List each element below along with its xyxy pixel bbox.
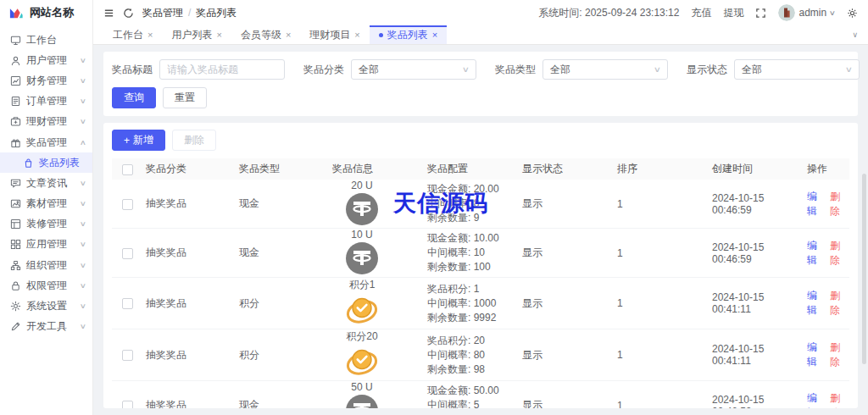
main-area: 奖品管理 / 奖品列表 系统时间: 2025-09-24 23:13:12 充值… [93,0,868,415]
table-row: 抽奖奖品 现金 50 U 现金金额: 50.00中间概率: 5剩余数量: 100… [112,381,849,408]
created-time-cell: 2024-10-15 00:46:59 [712,192,807,216]
prize-info-label: 积分1 [349,278,376,292]
edit-link[interactable]: 编辑 [807,289,821,318]
prize-category-select[interactable]: 全部 ∨ [351,59,476,80]
sidebar-item[interactable]: 组织管理 ∨ [0,255,92,275]
delete-link[interactable]: 删除 [830,190,844,219]
edit-link[interactable]: 编辑 [807,239,821,268]
breadcrumb-level1[interactable]: 奖品管理 [142,6,183,20]
sidebar-item[interactable]: 财务管理 ∨ [0,70,92,91]
sidebar-item-label: 订单管理 [26,94,67,108]
row-checkbox[interactable] [122,401,133,408]
active-dot [379,33,383,37]
breadcrumb: 奖品管理 / 奖品列表 [142,6,236,20]
prize-info-cell: 积分1 [332,278,392,329]
sidebar-item[interactable]: 奖品列表 [0,152,92,173]
brand[interactable]: 网站名称 [0,0,92,25]
sidebar-item[interactable]: 开发工具 ∨ [0,317,92,337]
status-cell: 显示 [522,246,617,260]
sidebar-item-label: 奖品列表 [39,156,80,170]
sidebar-item[interactable]: 奖品管理 ∧ [0,132,92,152]
close-icon[interactable]: × [286,30,291,40]
table-body: 抽奖奖品 现金 20 U 现金金额: 20.00中间概率: 8剩余数量: 9 显… [112,180,849,408]
sidebar-item[interactable]: 用户管理 ∨ [0,50,92,70]
recharge-link[interactable]: 充值 [691,6,711,20]
row-checkbox[interactable] [122,199,133,210]
sidebar-item[interactable]: 工作台 [0,30,92,50]
search-button[interactable]: 查询 [112,87,156,108]
sidebar-item[interactable]: 应用管理 ∨ [0,235,92,255]
table-panel: + 新增 删除 奖品分类 奖品类型 奖品信息 奖品配置 [103,123,858,408]
prize-type-cell: 积分 [239,348,332,362]
sort-cell: 1 [617,349,712,361]
close-icon[interactable]: × [216,30,221,40]
sidebar-item-label: 系统设置 [26,299,67,313]
sidebar-item-label: 工作台 [26,33,57,47]
reset-button[interactable]: 重置 [163,87,207,108]
sidebar-item[interactable]: 装修管理 ∨ [0,214,92,235]
tab-list-chevron-icon[interactable]: ∨ [842,25,868,44]
sidebar-item[interactable]: 权限管理 ∨ [0,275,92,296]
selected-value: 全部 [550,63,570,77]
tab[interactable]: 工作台 × [103,25,162,44]
display-status-select[interactable]: 全部 ∨ [734,59,860,80]
prize-info-label: 积分20 [346,329,377,344]
chevron-down-icon: ∨ [80,200,86,208]
prize-type-cell: 积分 [239,296,332,311]
close-icon[interactable]: × [147,30,153,40]
prize-title-label: 奖品标题 [112,63,153,77]
prize-info-cell: 20 U [332,180,392,228]
row-checkbox[interactable] [122,298,133,309]
sidebar-item[interactable]: 理财管理 ∨ [0,112,92,132]
refresh-icon[interactable] [123,8,134,19]
delete-button[interactable]: 删除 [172,130,216,151]
tab[interactable]: 用户列表 × [162,25,231,44]
withdraw-link[interactable]: 提现 [723,6,743,20]
edit-link[interactable]: 编辑 [807,190,821,219]
sort-cell: 1 [617,297,712,309]
prize-info-label: 50 U [351,381,372,393]
tab[interactable]: 理财项目 × [300,25,369,44]
created-time-cell: 2024-10-15 00:41:11 [712,291,807,315]
column-header: 奖品类型 [239,162,332,176]
tab[interactable]: 会员等级 × [231,25,300,44]
collapse-menu-icon[interactable] [103,8,114,19]
content: 奖品标题 奖品分类 全部 ∨ 奖品类型 全部 ∨ [93,45,868,415]
delete-link[interactable]: 删除 [830,239,844,268]
selected-value: 全部 [742,63,762,77]
edit-link[interactable]: 编辑 [807,340,821,369]
sidebar-item[interactable]: 素材管理 ∨ [0,194,92,214]
tab[interactable]: 奖品列表 × [370,25,447,44]
row-checkbox[interactable] [122,350,133,361]
chevron-down-icon: ∨ [80,241,86,248]
delete-link[interactable]: 删除 [830,340,844,369]
table-header: 奖品分类 奖品类型 奖品信息 奖品配置 显示状态 排序 创建时间 操作 [112,158,849,180]
delete-link[interactable]: 删除 [830,391,844,409]
row-checkbox[interactable] [122,248,133,259]
tether-icon [346,242,378,277]
add-button[interactable]: + 新增 [112,130,165,151]
sidebar-item[interactable]: 订单管理 ∨ [0,91,92,112]
prize-type-select[interactable]: 全部 ∨ [542,59,668,80]
select-all-checkbox[interactable] [122,164,133,175]
sidebar-item[interactable]: 文章资讯 ∨ [0,173,92,193]
chevron-up-icon: ∧ [80,139,86,147]
edit-link[interactable]: 编辑 [807,391,821,409]
prize-title-input[interactable] [159,59,285,80]
fullscreen-icon[interactable] [755,8,766,19]
scrollbar[interactable] [862,174,866,364]
close-icon[interactable]: × [432,30,437,40]
user-menu[interactable]: admin ∨ [778,4,835,21]
prize-config-cell: 现金金额: 20.00中间概率: 8剩余数量: 9 [427,182,522,225]
sidebar-item-label: 奖品管理 [26,136,67,150]
close-icon[interactable]: × [354,30,359,40]
chevron-down-icon: ∨ [80,323,86,330]
settings-gear-icon[interactable] [847,8,858,19]
chevron-down-icon: ∨ [80,282,86,290]
sidebar-item[interactable]: 系统设置 ∨ [0,296,92,316]
app-window: 网站名称 工作台 用户管理 ∨ 财务管理 ∨ [0,0,868,415]
table-row: 抽奖奖品 现金 20 U 现金金额: 20.00中间概率: 8剩余数量: 9 显… [112,180,849,229]
chevron-down-icon: ∨ [654,65,661,74]
sort-cell: 1 [617,247,712,259]
delete-link[interactable]: 删除 [830,289,844,318]
